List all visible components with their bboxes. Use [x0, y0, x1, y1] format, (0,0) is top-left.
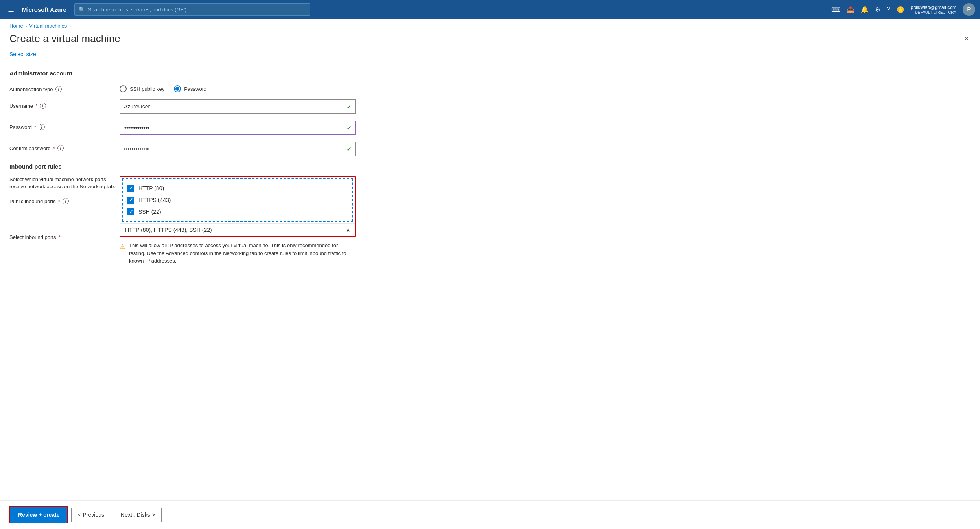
user-email: polikwlab@gmail.com — [911, 5, 956, 10]
hamburger-icon[interactable]: ☰ — [5, 4, 17, 15]
inbound-desc: Select which virtual machine network por… — [9, 176, 120, 190]
username-check-icon: ✓ — [346, 103, 352, 110]
ssh-label: SSH (22) — [138, 209, 161, 215]
username-input[interactable] — [120, 99, 356, 114]
password-info-icon[interactable]: ℹ — [39, 124, 45, 130]
ssh-radio-label: SSH public key — [130, 86, 164, 92]
confirm-password-row: Confirm password * ℹ ✓ — [9, 142, 368, 156]
search-input[interactable] — [88, 7, 306, 13]
breadcrumb: Home › Virtual machines › — [0, 19, 980, 33]
https-label: HTTPS (443) — [138, 197, 171, 203]
port-selection-container: HTTP (80) HTTPS (443) SSH (22) HTTP (80)… — [120, 176, 356, 237]
page-title-area: Create a virtual machine × — [0, 33, 980, 51]
ssh-radio-circle — [120, 85, 127, 92]
auth-type-control: SSH public key Password — [120, 83, 356, 92]
close-button[interactable]: × — [963, 33, 971, 45]
previous-button[interactable]: < Previous — [71, 508, 111, 522]
notifications-icon[interactable]: 🔔 — [861, 6, 869, 13]
confirm-password-required: * — [53, 145, 55, 151]
navbar: ☰ Microsoft Azure 🔍 ⌨ 📤 🔔 ⚙ ? 😊 polikwla… — [0, 0, 980, 19]
page-title: Create a virtual machine — [9, 33, 120, 45]
chevron-up-icon: ∧ — [346, 227, 350, 233]
search-bar[interactable]: 🔍 — [74, 3, 310, 16]
username-label: Username * ℹ — [9, 99, 120, 109]
feedback-smile-icon[interactable]: 😊 — [897, 6, 904, 13]
username-input-wrapper: ✓ — [120, 99, 356, 114]
warning-triangle-icon: ⚠ — [120, 242, 125, 252]
user-menu[interactable]: polikwlab@gmail.com DEFAULT DIRECTORY — [911, 5, 956, 15]
public-ports-info-icon[interactable]: ℹ — [63, 198, 69, 204]
username-info-icon[interactable]: ℹ — [40, 103, 46, 109]
select-ports-required: * — [59, 234, 61, 240]
azure-logo: Microsoft Azure — [22, 6, 66, 13]
http-label: HTTP (80) — [138, 185, 164, 191]
auth-radio-group: SSH public key Password — [120, 83, 356, 92]
breadcrumb-virtual-machines[interactable]: Virtual machines — [29, 23, 67, 29]
auth-type-label: Authentication type ℹ — [9, 83, 120, 92]
http-checkbox-item[interactable]: HTTP (80) — [127, 182, 348, 194]
inbound-left-label: Select which virtual machine network por… — [9, 176, 120, 240]
bottom-bar: Review + create < Previous Next : Disks … — [0, 500, 980, 529]
warning-text: This will allow all IP addresses to acce… — [129, 242, 356, 265]
password-control: ✓ — [120, 121, 356, 135]
confirm-password-info-icon[interactable]: ℹ — [57, 145, 64, 151]
select-ports-label: Select inbound ports — [9, 234, 56, 240]
auth-type-row: Authentication type ℹ SSH public key Pas… — [9, 83, 368, 92]
terminal-icon[interactable]: ⌨ — [831, 6, 840, 13]
password-check-icon: ✓ — [346, 124, 352, 132]
warning-box: ⚠ This will allow all IP addresses to ac… — [120, 237, 356, 270]
public-ports-label: Public inbound ports — [9, 198, 56, 204]
breadcrumb-sep-1: › — [26, 24, 27, 28]
auth-type-info-icon[interactable]: ℹ — [55, 86, 62, 92]
username-required: * — [35, 103, 37, 109]
public-ports-required: * — [58, 198, 60, 204]
user-directory: DEFAULT DIRECTORY — [915, 10, 956, 15]
ports-dropdown-display[interactable]: HTTP (80), HTTPS (443), SSH (22) ∧ — [120, 223, 355, 236]
admin-section-header: Administrator account — [9, 70, 368, 77]
settings-icon[interactable]: ⚙ — [875, 6, 881, 13]
selected-ports-text: HTTP (80), HTTPS (443), SSH (22) — [125, 227, 212, 233]
search-icon: 🔍 — [79, 7, 85, 13]
http-checkbox[interactable] — [127, 185, 134, 192]
select-size-link[interactable]: Select size — [9, 51, 36, 57]
form-content: Select size Administrator account Authen… — [0, 51, 378, 308]
next-button[interactable]: Next : Disks > — [114, 508, 162, 522]
confirm-password-input[interactable] — [120, 142, 356, 156]
confirm-password-check-icon: ✓ — [346, 145, 352, 153]
confirm-password-control: ✓ — [120, 142, 356, 156]
password-row: Password * ℹ ✓ — [9, 121, 368, 135]
feedback-icon[interactable]: 📤 — [847, 6, 855, 13]
password-radio-circle — [174, 85, 181, 92]
confirm-password-input-wrapper: ✓ — [120, 142, 356, 156]
https-checkbox-item[interactable]: HTTPS (443) — [127, 194, 348, 206]
username-row: Username * ℹ ✓ — [9, 99, 368, 114]
help-icon[interactable]: ? — [887, 6, 890, 13]
password-radio-option[interactable]: Password — [174, 85, 206, 92]
inbound-ports-row: Select which virtual machine network por… — [9, 176, 368, 270]
password-required: * — [34, 124, 36, 130]
password-input-wrapper: ✓ — [120, 121, 356, 135]
page-container: Home › Virtual machines › Create a virtu… — [0, 19, 980, 529]
password-input[interactable] — [120, 121, 356, 135]
breadcrumb-home[interactable]: Home — [9, 23, 23, 29]
port-selection-area: HTTP (80) HTTPS (443) SSH (22) HTTP (80)… — [120, 176, 356, 270]
checkbox-list: HTTP (80) HTTPS (443) SSH (22) — [122, 178, 353, 222]
review-create-button[interactable]: Review + create — [9, 506, 68, 523]
avatar[interactable]: P — [963, 3, 975, 16]
password-radio-label: Password — [184, 86, 206, 92]
username-control: ✓ — [120, 99, 356, 114]
inbound-section-header: Inbound port rules — [9, 163, 368, 170]
ssh-radio-option[interactable]: SSH public key — [120, 85, 164, 92]
navbar-icons: ⌨ 📤 🔔 ⚙ ? 😊 polikwlab@gmail.com DEFAULT … — [831, 3, 975, 16]
ssh-checkbox-item[interactable]: SSH (22) — [127, 206, 348, 218]
https-checkbox[interactable] — [127, 197, 134, 204]
breadcrumb-sep-2: › — [69, 24, 71, 28]
confirm-password-label: Confirm password * ℹ — [9, 142, 120, 151]
ssh-checkbox[interactable] — [127, 208, 134, 215]
password-label: Password * ℹ — [9, 121, 120, 130]
